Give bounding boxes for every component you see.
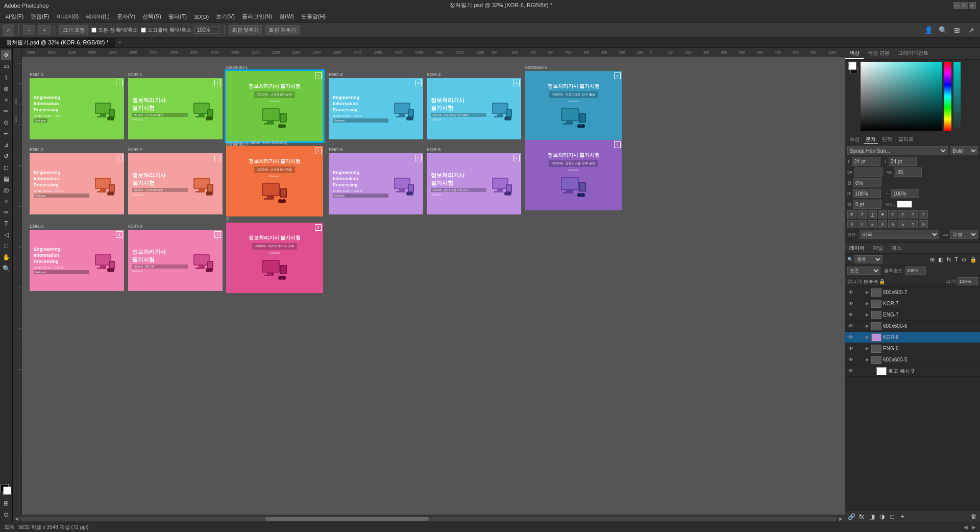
layer-effect-filter[interactable]: fx bbox=[946, 256, 952, 262]
lock-all-btn[interactable]: 🔒 bbox=[879, 279, 885, 284]
hscroll-thumb[interactable] bbox=[265, 517, 429, 521]
gradient-tool[interactable]: ▦ bbox=[1, 174, 11, 184]
layer-color-filter[interactable]: 🔒 bbox=[969, 256, 978, 263]
heal-tool[interactable]: ⊙ bbox=[1, 117, 11, 128]
layer-600x600-7-expand[interactable]: ▶ bbox=[865, 289, 870, 296]
baseline-input[interactable] bbox=[853, 200, 881, 209]
menu-item-3d[interactable]: 3D(D) bbox=[191, 13, 212, 21]
layer-kor-6[interactable]: 👁 ▶ KOR-6 bbox=[845, 332, 980, 343]
history-tool[interactable]: ↺ bbox=[1, 151, 11, 161]
kor1-card[interactable]: 1 정보처리기사필기시험 제1과목 · 소프트웨어설계 GetLearn bbox=[128, 78, 223, 139]
color-tab-swatches[interactable]: 색상 견본 bbox=[864, 48, 894, 59]
layer-logo9-options[interactable]: ⋯ bbox=[973, 369, 978, 374]
strikethrough-btn[interactable]: T bbox=[878, 210, 887, 219]
menu-item-text[interactable]: 문자(Y) bbox=[114, 12, 139, 21]
hue-strip[interactable] bbox=[944, 62, 951, 131]
move-tool[interactable]: ✥ bbox=[1, 50, 11, 60]
layer-600x600-6[interactable]: 👁 ▶ 600x600-6 bbox=[845, 321, 980, 332]
all-windows-check[interactable]: 모든 창 확대/축소 bbox=[91, 27, 138, 34]
blur-tool[interactable]: ◎ bbox=[1, 185, 11, 195]
lock-move-btn[interactable]: ✥ bbox=[869, 279, 873, 284]
frac-btn[interactable]: fi bbox=[847, 220, 856, 228]
home-btn[interactable]: ⌂ bbox=[3, 25, 14, 36]
layer-600x600-7-vis[interactable]: 👁 bbox=[847, 289, 854, 296]
scroll-left-btn[interactable]: ◀ bbox=[15, 516, 18, 521]
layers-tab-paths[interactable]: 패스 bbox=[887, 243, 905, 253]
adjustment-layer-btn[interactable]: ◑ bbox=[878, 513, 886, 521]
sel5-card[interactable]: 5 정보처리기사 필기시험 제5과목 · 정보시스템 구축 관리 GetLear… bbox=[525, 140, 622, 210]
menu-item-help[interactable]: 도움말(H) bbox=[298, 12, 329, 21]
zoom-input[interactable] bbox=[194, 26, 220, 34]
language-select[interactable]: 미국 bbox=[860, 230, 939, 239]
canvas-scroll-area[interactable]: 3300 3200 3100 3000 2900 2800 2700 2600 … bbox=[22, 48, 845, 515]
scroll-right-btn[interactable]: ▶ bbox=[839, 516, 843, 521]
color-tab-gradient[interactable]: 그레이디언트 bbox=[894, 48, 933, 59]
quick-select-tool[interactable]: ⊕ bbox=[1, 84, 11, 94]
layer-eng7-expand[interactable]: ▶ bbox=[865, 311, 870, 319]
layer-600x600-6-expand[interactable]: ▶ bbox=[865, 323, 870, 330]
fill-screen-btn[interactable]: 화면 채우기 bbox=[265, 25, 300, 35]
scale-h-input[interactable] bbox=[853, 178, 881, 187]
crop-tool[interactable]: ⌗ bbox=[1, 95, 11, 105]
kor3-card[interactable]: 3 정보처리기사필기시험 제3과목 · DB 구축 GetLearn bbox=[128, 230, 223, 291]
sel2-card[interactable]: 2 정보처리기사 필기시험 제2과목 · 소프트웨어개발 GetLearn bbox=[226, 146, 323, 216]
group-layers-btn[interactable]: □ bbox=[888, 513, 896, 521]
mode-btn[interactable]: ⊞ bbox=[1, 498, 11, 509]
smallcaps-btn[interactable]: T bbox=[898, 210, 908, 219]
leading-input[interactable] bbox=[889, 157, 917, 166]
clone-tool[interactable]: ⊿ bbox=[1, 140, 11, 150]
superscript2-btn[interactable]: T bbox=[909, 220, 918, 228]
scale-w-input[interactable] bbox=[891, 189, 919, 198]
char-tab-glyphs[interactable]: 글리프 bbox=[896, 135, 916, 144]
eng1-card[interactable]: 1 EngineeringInformationProcessing Writt… bbox=[30, 78, 124, 139]
menu-item-plugins[interactable]: 플러그인(N) bbox=[239, 12, 275, 21]
layer-600x600-7[interactable]: 👁 ▶ 600x600-7 bbox=[845, 287, 980, 298]
hscroll-track[interactable] bbox=[20, 517, 837, 521]
sel4-card[interactable]: 4 정보처리기사 필기시험 제4과목 · 프로그래밍 언어 활용 GetLear… bbox=[525, 71, 622, 141]
share-btn[interactable]: ↗ bbox=[966, 25, 977, 36]
eng3-card[interactable]: 3 EngineeringInformationProcessing Writt… bbox=[30, 230, 124, 291]
fill-input[interactable] bbox=[958, 277, 978, 285]
zoom-tool[interactable]: 🔍 bbox=[1, 263, 11, 274]
eyedropper-tool[interactable]: ✏ bbox=[1, 106, 11, 116]
eraser-tool[interactable]: ◻ bbox=[1, 162, 11, 173]
shape-tool[interactable]: □ bbox=[1, 241, 11, 251]
text-tool[interactable]: T bbox=[1, 219, 11, 229]
sel3-card[interactable]: 3 정보처리기사 필기시험 제3과목 · 데이터베이스 구축 GetLearn bbox=[226, 223, 323, 293]
menu-item-file[interactable]: 파일(F) bbox=[2, 12, 27, 21]
maximize-btn[interactable]: □ bbox=[961, 2, 968, 9]
layer-kor-7[interactable]: 👁 ▶ KOR-7 bbox=[845, 298, 980, 309]
opacity-input[interactable] bbox=[905, 267, 926, 275]
layer-kor7-vis[interactable]: 👁 bbox=[847, 300, 854, 307]
filter-type-select[interactable]: 종류 bbox=[854, 255, 883, 263]
zoom-in-btn[interactable]: ＋ bbox=[38, 25, 51, 35]
brush-tool[interactable]: ✒ bbox=[1, 129, 11, 139]
layer-kor7-expand[interactable]: ▶ bbox=[865, 300, 870, 307]
underline-btn[interactable]: T bbox=[868, 210, 877, 219]
layer-mask-btn[interactable]: ◨ bbox=[868, 513, 876, 521]
color-tab-color[interactable]: 색상 bbox=[845, 48, 864, 59]
layer-style-btn[interactable]: fx bbox=[857, 513, 866, 521]
layer-eng7-vis[interactable]: 👁 bbox=[847, 311, 854, 319]
menu-item-edit[interactable]: 편집(E) bbox=[28, 12, 53, 21]
menu-item-select[interactable]: 선택(S) bbox=[139, 12, 164, 21]
foreground-color[interactable] bbox=[1, 484, 12, 495]
search-btn[interactable]: 🔍 bbox=[937, 25, 948, 36]
layer-eng-6[interactable]: 👁 ▶ ENG-6 bbox=[845, 343, 980, 354]
prev-page-btn[interactable]: ◀ bbox=[964, 524, 968, 530]
kor2-card[interactable]: 2 정보처리기사필기시험 제2과목 · 소프트웨어개발 GetLearn bbox=[128, 153, 223, 214]
lock-artboard-btn[interactable]: ⊕ bbox=[874, 279, 878, 284]
tracking-input[interactable] bbox=[854, 167, 883, 177]
close-btn[interactable]: × bbox=[969, 2, 976, 9]
foreground-swatch[interactable] bbox=[848, 62, 856, 70]
layer-mode-filter[interactable]: T bbox=[953, 256, 959, 262]
titling-btn[interactable]: A bbox=[888, 220, 897, 228]
kerning-input[interactable] bbox=[894, 167, 922, 177]
layer-600x600-5-vis[interactable]: 👁 bbox=[847, 356, 854, 364]
layer-type-filter[interactable]: ⊞ bbox=[929, 256, 936, 263]
swash-btn[interactable]: A bbox=[878, 220, 887, 228]
menu-item-filter[interactable]: 필터(T) bbox=[165, 12, 190, 21]
lock-pixel-btn[interactable]: ⊞ bbox=[864, 279, 868, 284]
fraction-btn[interactable]: ½ bbox=[919, 220, 928, 228]
quick-mask-btn[interactable]: ⊙ bbox=[1, 510, 11, 520]
